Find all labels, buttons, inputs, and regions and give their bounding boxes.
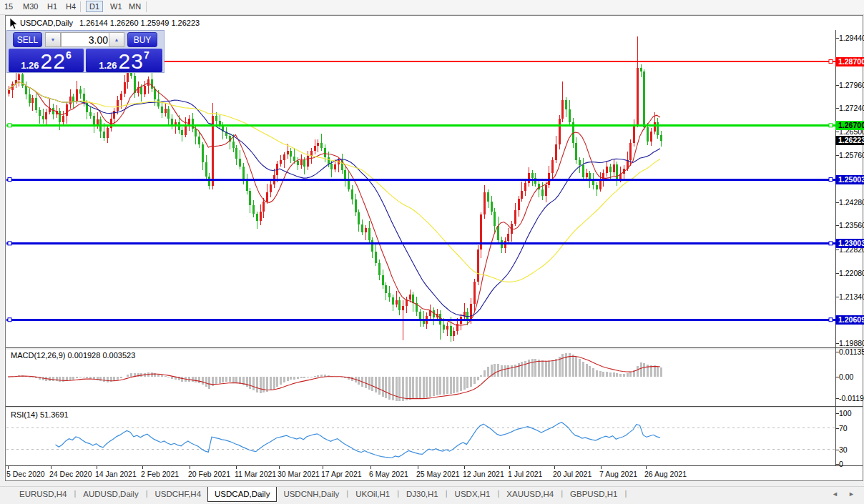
date-axis-tick: [279, 466, 280, 469]
price-axis-tick-label: 1.23560: [839, 221, 864, 229]
date-axis-tick: [509, 466, 510, 469]
date-axis-tick: [190, 466, 190, 469]
buy-button[interactable]: BUY: [127, 32, 157, 47]
date-axis-label: 20 Jul 2021: [553, 470, 591, 478]
rsi-axis-label: 70: [839, 424, 864, 433]
rsi-axis-label: 0: [839, 460, 864, 468]
sell-price-display[interactable]: 1.26 22 6: [9, 49, 84, 72]
tab-gbpusd-h1[interactable]: GBPUSD,H1: [564, 487, 624, 502]
date-axis-tick: [370, 466, 371, 469]
date-axis-tick: [8, 466, 9, 469]
tab-scroll-right-icon[interactable]: ►: [848, 491, 855, 498]
price-level-tag: 1.20609: [835, 315, 864, 325]
date-axis-label: 30 Mar 2021: [278, 470, 320, 478]
date-axis-label: 12 Jun 2021: [463, 470, 504, 478]
price-axis-tick-label: 1.27960: [839, 81, 864, 89]
macd-axis-label: 0.01135: [839, 347, 864, 356]
chart-window: USDCAD,Daily1.26144 1.26260 1.25949 1.26…: [6, 16, 863, 480]
price-level-tag: 1.25003: [835, 175, 864, 184]
macd-label: MACD(12,26,9) 0.001928 0.003523: [11, 351, 135, 360]
buy-price-prefix: 1.26: [99, 60, 117, 71]
toolbar-separator: [146, 1, 147, 12]
chart-title: USDCAD,Daily1.26144 1.26260 1.25949 1.26…: [20, 19, 200, 27]
tab-usdcnh-daily[interactable]: USDCNH,Daily: [277, 487, 345, 502]
date-axis-tick: [51, 466, 51, 469]
price-axis-tick-label: 1.29440: [839, 34, 864, 42]
volume-increase-button[interactable]: ▲: [109, 32, 124, 47]
rsi-canvas[interactable]: [6, 409, 835, 465]
macd-axis-label: 0.00: [839, 372, 864, 381]
date-axis-tick: [97, 466, 97, 469]
tab-usdcad-daily[interactable]: USDCAD,Daily: [207, 487, 277, 502]
symbol-tab-bar: EURUSD,H4|AUDUSD,Daily|USDCHF,H4USDCAD,D…: [0, 486, 864, 502]
date-axis-label: 5 Dec 2020: [6, 470, 45, 478]
date-axis-label: 26 Aug 2021: [644, 470, 687, 478]
date-axis-tick: [323, 466, 323, 469]
price-axis-tick-label: 1.25760: [839, 151, 864, 159]
timeframe-button-d1[interactable]: D1: [86, 1, 103, 12]
buy-price-display[interactable]: 1.26 23 7: [86, 49, 162, 72]
tab-usdx-h1[interactable]: USDX,H1: [448, 487, 497, 502]
mouse-cursor-icon: [9, 18, 19, 30]
date-axis-label: 1 Jul 2021: [508, 470, 542, 478]
volume-input[interactable]: [61, 32, 112, 47]
date-axis-tick: [142, 466, 143, 469]
date-axis-label: 11 Mar 2021: [235, 470, 276, 478]
buy-price-pip: 7: [144, 49, 149, 61]
macd-axis-label: -0.01190: [839, 394, 864, 402]
sell-price-pip: 6: [66, 49, 72, 61]
date-axis-tick: [554, 466, 555, 469]
sell-price-big: 22: [41, 52, 66, 71]
timeframe-button-mn[interactable]: MN: [126, 1, 144, 11]
price-axis-tick-label: 1.22080: [839, 269, 864, 277]
triangle-down-icon: ▼: [51, 37, 56, 42]
buy-price-big: 23: [119, 52, 144, 71]
price-axis-tick-label: 1.24280: [839, 198, 864, 207]
price-level-tag: 1.26700: [835, 121, 864, 130]
pane-divider: [6, 465, 863, 466]
date-axis-tick: [418, 466, 418, 469]
one-click-trading-panel: SELL ▼ ▲ BUY 1.26 22 6 1.26 23 7: [7, 31, 164, 72]
price-axis-tick-label: 1.27240: [839, 104, 864, 112]
rsi-axis-label: 100: [839, 409, 864, 417]
timeframe-button-15[interactable]: 15: [1, 1, 16, 11]
volume-decrease-button[interactable]: ▼: [45, 32, 61, 47]
date-axis-label: 25 May 2021: [416, 470, 460, 478]
main-chart-canvas[interactable]: [6, 30, 835, 347]
timeframe-button-h4[interactable]: H4: [63, 1, 79, 11]
mt4-workspace: { "toolbar": {"items": ["15","M30","H1",…: [0, 0, 864, 504]
tab-ukoil-h1[interactable]: UKOil,H1: [349, 487, 396, 502]
date-axis-label: 20 Feb 2021: [188, 470, 230, 478]
date-axis-label: 2 Feb 2021: [141, 470, 179, 478]
date-axis-tick: [236, 466, 237, 469]
tab-eurusd-h4[interactable]: EURUSD,H4: [13, 487, 73, 502]
date-axis-label: 17 Apr 2021: [321, 470, 362, 478]
toolbar-separator: [80, 1, 81, 12]
pane-splitter[interactable]: [6, 348, 863, 350]
tab-audusd-daily[interactable]: AUDUSD,Daily: [77, 487, 144, 502]
rsi-label: RSI(14) 51.3691: [11, 410, 69, 419]
timeframe-button-w1[interactable]: W1: [107, 1, 125, 11]
date-axis-label: 24 Dec 2020: [49, 470, 92, 478]
date-axis-tick: [646, 466, 647, 469]
sell-button[interactable]: SELL: [13, 32, 42, 47]
chart-ohlc-values: 1.26144 1.26260 1.25949 1.26223: [79, 19, 200, 27]
tab-xauusd-h4[interactable]: XAUUSD,H4: [500, 487, 560, 502]
current-price-tag: 1.26223: [835, 136, 864, 145]
date-axis-tick: [464, 466, 465, 469]
price-axis-tick-label: 1.19880: [839, 339, 864, 347]
price-level-tag: 1.28700: [835, 57, 864, 66]
tab-scroll-left-icon[interactable]: ◄: [832, 491, 838, 498]
timeframe-button-m30[interactable]: M30: [20, 1, 41, 11]
timeframe-toolbar: 15M30H1H4D1W1MN: [0, 0, 864, 15]
pane-splitter[interactable]: [6, 407, 863, 408]
tab-usdchf-h4[interactable]: USDCHF,H4: [149, 487, 208, 502]
price-level-tag: 1.23003: [835, 239, 864, 248]
tab-separator: |: [624, 487, 627, 502]
tab-dj30-h1[interactable]: DJ30,H1: [400, 487, 445, 502]
date-axis-label: 6 May 2021: [369, 470, 408, 478]
date-axis-tick: [601, 466, 602, 469]
date-axis-label: 14 Jan 2021: [95, 470, 137, 478]
timeframe-button-h1[interactable]: H1: [44, 1, 60, 11]
triangle-up-icon: ▲: [114, 37, 119, 42]
